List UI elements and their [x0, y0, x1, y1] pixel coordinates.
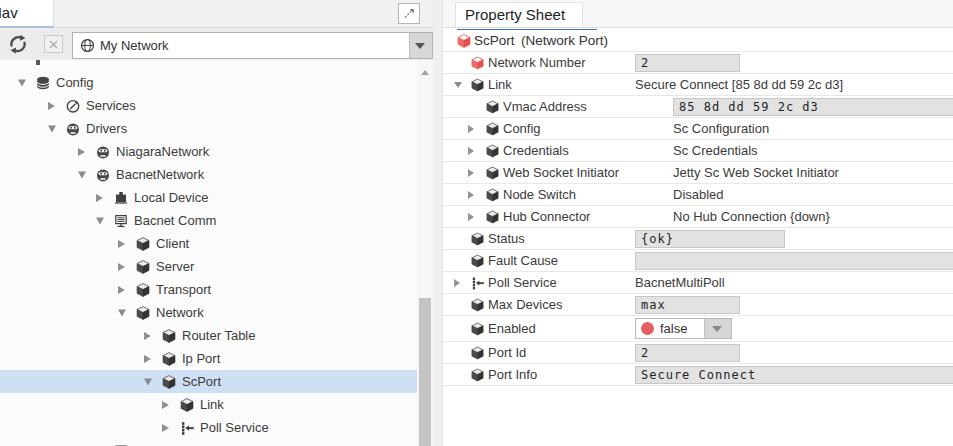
scroll-up-icon[interactable]	[421, 70, 429, 75]
component-name: ScPort	[474, 30, 515, 51]
nav-scrollbar[interactable]	[417, 60, 433, 446]
tree-item-local-device[interactable]: Local Device	[0, 186, 417, 209]
tree-item-client[interactable]: Client	[0, 232, 417, 255]
sheet-header-row[interactable]: ScPort (Network Port)	[443, 30, 953, 52]
chevron-collapsed-icon[interactable]	[118, 263, 125, 271]
scrollbar-thumb[interactable]	[419, 298, 431, 446]
chevron-expanded-icon[interactable]	[18, 79, 26, 86]
prop-row-node-switch[interactable]: Node Switch Disabled	[443, 184, 953, 206]
chevron-expanded-icon[interactable]	[118, 309, 126, 316]
tree-item-router-table[interactable]: Router Table	[0, 324, 417, 347]
tree-item-transport[interactable]: Transport	[0, 278, 417, 301]
tree-item-niagaranetwork[interactable]: NiagaraNetwork	[0, 140, 417, 163]
tree-item-drivers[interactable]: Drivers	[0, 117, 417, 140]
property-sheet-tab-label: Property Sheet	[456, 3, 582, 27]
chevron-collapsed-icon[interactable]	[468, 147, 474, 155]
refresh-button[interactable]	[7, 33, 29, 55]
tree-item-services[interactable]: Services	[0, 94, 417, 117]
network-selector-value: My Network	[100, 33, 169, 58]
prop-row-credentials[interactable]: Credentials Sc Credentials	[443, 140, 953, 162]
chevron-collapsed-icon[interactable]	[454, 279, 460, 287]
vmac-address-field[interactable]: 85 8d dd 59 2c d3	[673, 98, 953, 116]
workbench-window: Nav My Network	[0, 0, 953, 446]
max-devices-field[interactable]: max	[635, 296, 740, 314]
component-type: (Network Port)	[521, 30, 608, 51]
prop-row-poll-service[interactable]: Poll Service BacnetMultiPoll	[443, 272, 953, 294]
chevron-collapsed-icon[interactable]	[96, 194, 103, 202]
clear-icon	[46, 37, 61, 52]
chevron-collapsed-icon[interactable]	[162, 424, 169, 432]
tree-item-partial-bottom[interactable]	[0, 439, 417, 446]
component-cube-icon	[161, 351, 177, 367]
tree-item-config[interactable]: Config	[0, 71, 417, 94]
database-icon	[35, 75, 51, 91]
tree-item-link[interactable]: Link	[0, 393, 417, 416]
chevron-collapsed-icon[interactable]	[468, 213, 474, 221]
port-id-field[interactable]: 2	[635, 344, 740, 362]
component-cube-icon	[179, 397, 195, 413]
tree-item-ip-port[interactable]: Ip Port	[0, 347, 417, 370]
prop-row-max-devices[interactable]: Max Devices max	[443, 294, 953, 316]
prop-label: Status	[488, 228, 525, 249]
tab-property-sheet[interactable]: Property Sheet	[455, 2, 583, 27]
chevron-expanded-icon[interactable]	[144, 378, 152, 385]
chevron-collapsed-icon[interactable]	[78, 148, 85, 156]
prop-row-web-socket-initiator[interactable]: Web Socket Initiator Jetty Sc Web Socket…	[443, 162, 953, 184]
prop-row-port-id[interactable]: Port Id 2	[443, 342, 953, 364]
prop-row-network-number[interactable]: Network Number 2	[443, 52, 953, 74]
enabled-dropdown-button[interactable]	[704, 319, 731, 338]
prop-row-enabled[interactable]: Enabled false	[443, 316, 953, 342]
prop-row-status[interactable]: Status {ok}	[443, 228, 953, 250]
prop-row-vmac-address[interactable]: Vmac Address 85 8d dd 59 2c d3	[443, 96, 953, 118]
component-cube-icon	[135, 259, 151, 275]
tree-item-label: Local Device	[134, 186, 208, 209]
chevron-collapsed-icon[interactable]	[468, 125, 474, 133]
poll-service-icon	[470, 275, 485, 290]
prop-row-hub-connector[interactable]: Hub Connector No Hub Connection {down}	[443, 206, 953, 228]
tree-item-bacnetnetwork[interactable]: BacnetNetwork	[0, 163, 417, 186]
nav-panel: Nav My Network	[0, 0, 433, 446]
prop-row-fault-cause[interactable]: Fault Cause	[443, 250, 953, 272]
tree-item-poll-service[interactable]: Poll Service	[0, 416, 417, 439]
chevron-expanded-icon[interactable]	[48, 125, 56, 132]
component-cube-icon	[485, 187, 500, 202]
chevron-expanded-icon[interactable]	[454, 82, 462, 88]
tree-item-scport[interactable]: ScPort	[0, 370, 417, 393]
nav-header: Nav	[0, 0, 433, 28]
chevron-collapsed-icon[interactable]	[144, 355, 151, 363]
component-cube-icon	[470, 231, 485, 246]
popout-button[interactable]	[398, 3, 420, 24]
tree-item-label: Network	[156, 301, 204, 324]
panel-divider[interactable]	[433, 0, 443, 446]
chevron-collapsed-icon[interactable]	[468, 169, 474, 177]
clear-button[interactable]	[44, 35, 63, 53]
tree-item-server[interactable]: Server	[0, 255, 417, 278]
prop-row-link[interactable]: Link Secure Connect [85 8d dd 59 2c d3]	[443, 74, 953, 96]
component-cube-icon	[470, 321, 485, 336]
chevron-collapsed-icon[interactable]	[468, 191, 474, 199]
network-selector-dropdown-button[interactable]	[409, 33, 432, 58]
prop-row-config[interactable]: Config Sc Configuration	[443, 118, 953, 140]
component-cube-icon	[470, 367, 485, 382]
tree-item-bacnet-comm[interactable]: Bacnet Comm	[0, 209, 417, 232]
chevron-expanded-icon[interactable]	[96, 217, 104, 224]
comm-icon	[113, 213, 129, 229]
network-selector[interactable]: My Network	[72, 32, 433, 59]
enabled-dropdown[interactable]: false	[635, 318, 732, 339]
prop-row-port-info[interactable]: Port Info Secure Connect	[443, 364, 953, 386]
chevron-collapsed-icon[interactable]	[144, 332, 151, 340]
tab-nav[interactable]: Nav	[0, 0, 54, 28]
component-cube-icon	[135, 282, 151, 298]
chevron-collapsed-icon[interactable]	[118, 286, 125, 294]
chevron-down-icon	[415, 43, 425, 49]
prop-label: Port Info	[488, 364, 537, 385]
refresh-icon	[7, 33, 29, 55]
chevron-collapsed-icon[interactable]	[162, 401, 169, 409]
chevron-expanded-icon[interactable]	[78, 171, 86, 178]
tree-item-network[interactable]: Network	[0, 301, 417, 324]
chevron-collapsed-icon[interactable]	[118, 240, 125, 248]
prop-label: Node Switch	[503, 184, 576, 205]
false-status-dot-icon	[641, 322, 654, 335]
chevron-collapsed-icon[interactable]	[48, 102, 55, 110]
network-number-field[interactable]: 2	[635, 54, 740, 72]
